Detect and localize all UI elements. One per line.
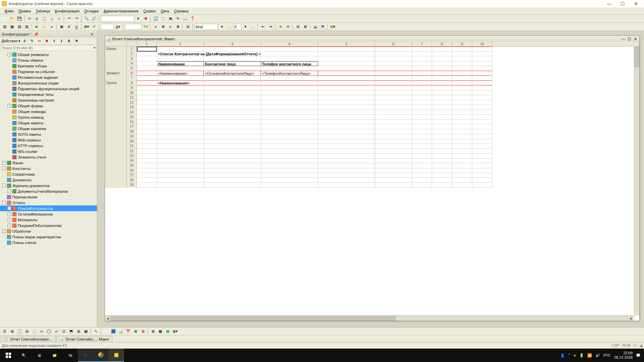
cell[interactable]: [137, 129, 157, 134]
cell[interactable]: [157, 115, 204, 120]
cell[interactable]: [452, 124, 472, 129]
cell[interactable]: [472, 173, 492, 178]
borders-button[interactable]: ⊞▾: [83, 23, 90, 30]
cell[interactable]: [432, 90, 452, 96]
cell[interactable]: [375, 183, 412, 188]
tray-icon-1[interactable]: ●: [574, 353, 576, 357]
cell[interactable]: [375, 61, 412, 66]
cell[interactable]: [472, 168, 492, 173]
cell[interactable]: [472, 56, 492, 61]
cell[interactable]: [432, 110, 452, 115]
cell[interactable]: [204, 134, 261, 139]
cell[interactable]: [472, 61, 492, 66]
tree-node[interactable]: +СписокКонтрагентов: [0, 205, 97, 211]
cube-button[interactable]: ⬚: [160, 15, 166, 22]
cell[interactable]: [472, 105, 492, 110]
cell[interactable]: [452, 110, 472, 115]
cell[interactable]: [412, 100, 432, 105]
cell[interactable]: [261, 115, 318, 120]
cell[interactable]: [204, 159, 261, 164]
tree-node[interactable]: +ОстаткиМатериалов: [0, 211, 97, 217]
notifications-icon[interactable]: 💬: [636, 353, 641, 358]
section-header[interactable]: [105, 110, 127, 115]
expand-icon[interactable]: +: [7, 224, 11, 227]
section-header[interactable]: [105, 173, 127, 178]
clear-button[interactable]: ↺: [91, 23, 97, 30]
cell[interactable]: [412, 47, 432, 52]
doc-minimize-button[interactable]: —: [621, 37, 626, 41]
cell[interactable]: [261, 120, 318, 125]
cell[interactable]: [157, 47, 204, 52]
tree-node[interactable]: Документы: [0, 177, 97, 183]
cell[interactable]: [137, 110, 157, 115]
cell[interactable]: [157, 76, 204, 81]
cell[interactable]: [452, 178, 472, 183]
open-button[interactable]: 📂: [9, 15, 15, 22]
cell[interactable]: [157, 85, 204, 90]
config-search-clear[interactable]: ×: [94, 46, 96, 50]
volume-icon[interactable]: 🔊: [595, 353, 600, 358]
bt-1[interactable]: ☰: [1, 328, 8, 335]
tree-node[interactable]: Регламентные задания: [0, 74, 97, 80]
cell[interactable]: [432, 120, 452, 125]
cell[interactable]: [375, 178, 412, 183]
color-combo[interactable]: [101, 24, 114, 30]
cell[interactable]: [261, 139, 318, 144]
expand-icon[interactable]: +: [7, 212, 11, 216]
cell[interactable]: [157, 144, 204, 149]
tree-node[interactable]: Планы видов характеристик: [0, 234, 97, 240]
lang-indicator[interactable]: РУС: [603, 353, 611, 357]
cell[interactable]: [137, 154, 157, 159]
row-header[interactable]: 16: [127, 120, 137, 125]
cell[interactable]: [204, 149, 261, 154]
bt-b3[interactable]: ▦: [164, 328, 171, 335]
config-search-input[interactable]: [0, 45, 97, 51]
cell[interactable]: [375, 129, 412, 134]
row-header[interactable]: 12: [127, 100, 137, 105]
cell[interactable]: [318, 76, 375, 81]
cell[interactable]: [318, 183, 375, 188]
col-header[interactable]: 3: [204, 42, 261, 46]
refresh-button[interactable]: 🔄: [152, 15, 159, 22]
tree-node[interactable]: Общие макеты: [0, 120, 97, 126]
section-header[interactable]: [105, 163, 127, 168]
cell[interactable]: [472, 100, 492, 105]
cell[interactable]: [261, 76, 318, 81]
section-header[interactable]: [105, 154, 127, 159]
tree-node[interactable]: −Отчеты: [0, 200, 97, 205]
cell[interactable]: [204, 100, 261, 105]
cell[interactable]: [137, 85, 157, 90]
cell[interactable]: [261, 47, 318, 52]
cell[interactable]: [204, 47, 261, 52]
cell[interactable]: [412, 90, 432, 96]
menu-отладка[interactable]: Отладка: [82, 8, 101, 14]
cell[interactable]: [412, 163, 432, 168]
cell[interactable]: [204, 178, 261, 183]
cell[interactable]: <ОсновноеКонтактноеЛицо>: [204, 71, 261, 76]
cell[interactable]: [157, 134, 204, 139]
cell[interactable]: [157, 124, 204, 129]
cell[interactable]: [432, 173, 452, 178]
menu-администрирование[interactable]: Администрирование: [102, 8, 141, 14]
cell[interactable]: [452, 90, 472, 96]
cell[interactable]: [204, 168, 261, 173]
cell[interactable]: [452, 66, 472, 71]
cell[interactable]: [318, 81, 375, 86]
cell[interactable]: [204, 129, 261, 134]
section-header[interactable]: [105, 139, 127, 144]
cell[interactable]: [375, 139, 412, 144]
cell[interactable]: [157, 178, 204, 183]
cell[interactable]: [472, 134, 492, 139]
cell[interactable]: [472, 47, 492, 52]
cell[interactable]: [375, 134, 412, 139]
cell[interactable]: [204, 144, 261, 149]
cell[interactable]: [318, 134, 375, 139]
cell[interactable]: [452, 183, 472, 188]
size-combo[interactable]: [233, 24, 241, 30]
tree-node[interactable]: +ПродажиПоКонтрагентам: [0, 223, 97, 228]
indent-inc-button[interactable]: ⇥: [267, 23, 274, 30]
cell[interactable]: [204, 183, 261, 188]
expand-icon[interactable]: −: [2, 201, 6, 204]
cell[interactable]: [472, 90, 492, 96]
cell[interactable]: [137, 149, 157, 154]
